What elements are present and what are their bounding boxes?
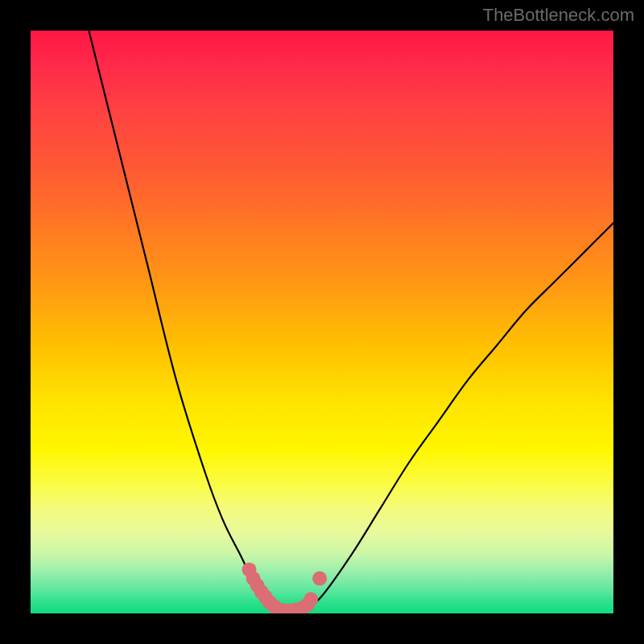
marker-dot	[312, 572, 327, 586]
plot-area	[31, 31, 613, 613]
chart-frame: TheBottleneck.com	[0, 0, 644, 644]
marker-dot	[303, 592, 318, 607]
curve-layer	[31, 31, 613, 613]
watermark-text: TheBottleneck.com	[483, 5, 634, 26]
valley-markers	[242, 563, 328, 613]
bottleneck-curve	[89, 31, 613, 611]
